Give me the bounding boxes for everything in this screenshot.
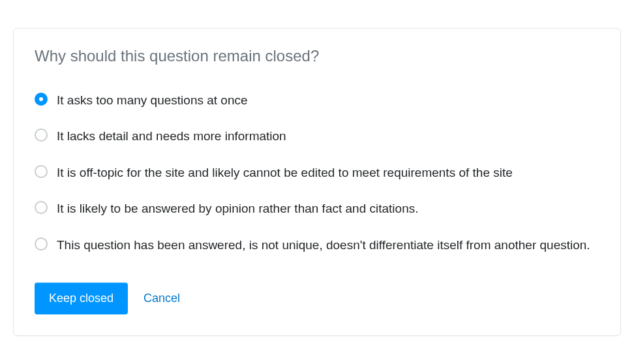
option-opinion-based[interactable]: It is likely to be answered by opinion r… bbox=[35, 200, 599, 218]
option-duplicate[interactable]: This question has been answered, is not … bbox=[35, 236, 599, 254]
dialog-actions: Keep closed Cancel bbox=[35, 282, 599, 314]
radio-icon bbox=[35, 165, 48, 178]
option-label: It is off-topic for the site and likely … bbox=[57, 164, 513, 182]
close-reason-dialog: Why should this question remain closed? … bbox=[13, 28, 621, 337]
radio-icon bbox=[35, 129, 48, 142]
cancel-button[interactable]: Cancel bbox=[143, 292, 180, 305]
option-too-many-questions[interactable]: It asks too many questions at once bbox=[35, 91, 599, 110]
option-lacks-detail[interactable]: It lacks detail and needs more informati… bbox=[35, 127, 599, 145]
options-list: It asks too many questions at once It la… bbox=[35, 91, 599, 254]
option-label: It asks too many questions at once bbox=[57, 91, 248, 110]
dialog-title: Why should this question remain closed? bbox=[35, 47, 599, 65]
option-label: This question has been answered, is not … bbox=[57, 236, 590, 254]
radio-icon bbox=[35, 93, 48, 106]
option-label: It is likely to be answered by opinion r… bbox=[57, 200, 418, 218]
option-off-topic[interactable]: It is off-topic for the site and likely … bbox=[35, 164, 599, 182]
keep-closed-button[interactable]: Keep closed bbox=[35, 282, 128, 314]
radio-icon bbox=[35, 201, 48, 214]
radio-icon bbox=[35, 237, 48, 250]
option-label: It lacks detail and needs more informati… bbox=[57, 127, 286, 145]
